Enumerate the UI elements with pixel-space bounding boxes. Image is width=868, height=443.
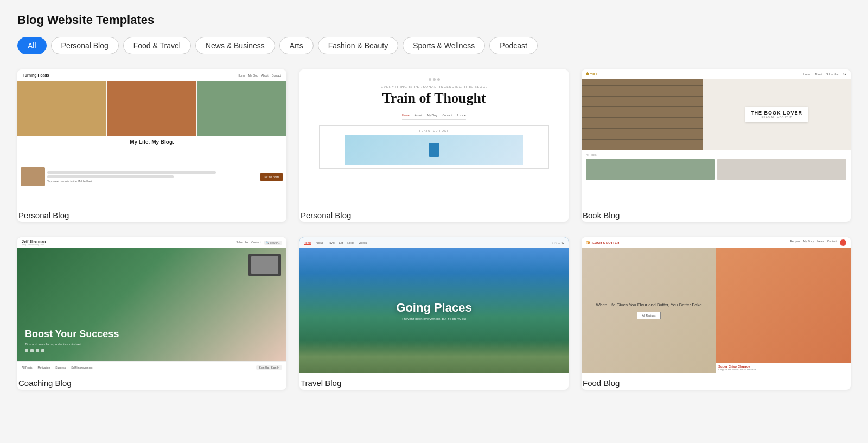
- filter-podcast[interactable]: Podcast: [489, 37, 538, 54]
- template-card-food-blog[interactable]: 🍞 FLOUR & BUTTER Recipes My Story News C…: [582, 237, 851, 390]
- coaching-devices: [248, 254, 281, 276]
- filter-personal-blog[interactable]: Personal Blog: [51, 37, 119, 54]
- travel-nav-about: About: [316, 241, 323, 244]
- food-content: When Life Gives You Flour and Butter, Yo…: [582, 248, 851, 373]
- template-preview-personal-blog-2: EVERYTHING IS PERSONAL. INCLUDING THIS B…: [299, 69, 569, 205]
- book-posts-section: All Posts: [582, 150, 851, 205]
- pb2-featured-box: FEATURED POST: [319, 125, 550, 169]
- coaching-hero-title: Boost Your Success: [25, 328, 279, 340]
- pb1-nav-about: About: [261, 74, 269, 77]
- template-preview-coaching-blog: Jeff Sherman Blog | Productivity Guru Su…: [17, 237, 286, 373]
- travel-cliffs: [299, 340, 569, 373]
- coaching-nav-search: 🔍 Search...: [264, 241, 282, 245]
- pb2-featured-img: [345, 135, 524, 165]
- pb1-photo-1: [17, 81, 106, 136]
- pb2-tagline: EVERYTHING IS PERSONAL. INCLUDING THIS B…: [381, 85, 487, 88]
- coaching-icon-in: [36, 349, 39, 352]
- template-label-food-blog: Food Blog: [582, 373, 851, 390]
- template-label-coaching-blog: Coaching Blog: [17, 373, 286, 390]
- pb1-headline: My Life. My Blog.: [17, 136, 286, 148]
- coaching-social-icons: [25, 349, 279, 352]
- book-post-2: [717, 159, 846, 180]
- travel-hero-text: Going Places I haven't been everywhere, …: [396, 301, 471, 320]
- template-card-personal-blog-1[interactable]: Turning Heads Home My Blog About Contact…: [17, 69, 286, 222]
- template-preview-food-blog: 🍞 FLOUR & BUTTER Recipes My Story News C…: [582, 237, 851, 373]
- coaching-hero-sub: Tips and tools for a productive mindset: [25, 343, 279, 346]
- coaching-hero: Boost Your Success Tips and tools for a …: [17, 248, 286, 361]
- travel-nav-eat: Eat: [339, 241, 343, 244]
- pb1-cta: Let the posts: [260, 173, 283, 181]
- template-card-personal-blog-2[interactable]: EVERYTHING IS PERSONAL. INCLUDING THIS B…: [299, 69, 569, 222]
- coaching-icon-tw: [30, 349, 34, 352]
- filter-fashion-beauty[interactable]: Fashion & Beauty: [318, 37, 399, 54]
- coaching-tab-signup: Sign Up / Sign In: [256, 365, 282, 370]
- coaching-nav-left: Jeff Sherman Blog | Productivity Guru: [22, 239, 46, 246]
- food-main-btn: All Recipes: [637, 312, 660, 319]
- filter-all[interactable]: All: [17, 37, 47, 54]
- page-title: Blog Website Templates: [17, 13, 851, 27]
- template-preview-book-blog: 🏛 T.B.L. Home About Subscribe f ✦ THE: [582, 69, 851, 205]
- pb1-thumb: [21, 167, 45, 186]
- food-nav-news: News: [817, 239, 824, 246]
- pb1-navbar: Turning Heads Home My Blog About Contact: [17, 69, 286, 81]
- book-navbar: 🏛 T.B.L. Home About Subscribe f ✦: [582, 69, 851, 79]
- coaching-nav-links: Subscribe Contact 🔍 Search...: [236, 241, 282, 245]
- travel-hero-title: Going Places: [396, 301, 471, 315]
- coaching-navbar: Jeff Sherman Blog | Productivity Guru Su…: [17, 237, 286, 248]
- pb2-book: [429, 143, 439, 157]
- pb1-nav-home: Home: [238, 74, 245, 77]
- food-nav-links: Recipes My Story News Contact: [790, 239, 846, 246]
- pb1-photo-3: [197, 81, 286, 136]
- coaching-tab-all: All Posts: [22, 366, 32, 369]
- filter-food-travel[interactable]: Food & Travel: [123, 37, 191, 54]
- travel-nav-relax: Relax: [347, 241, 354, 244]
- filter-sports-wellness[interactable]: Sports & Wellness: [403, 37, 485, 54]
- travel-nav-videos: Videos: [359, 241, 367, 244]
- coaching-tabs: All Posts Motivation Success Self Improv…: [17, 361, 286, 373]
- filter-bar: All Personal Blog Food & Travel News & B…: [17, 37, 851, 54]
- book-logo: 🏛 T.B.L.: [586, 73, 599, 76]
- coaching-icon-fb: [25, 349, 28, 352]
- pb1-bottom: Top street markets in the Middle East Le…: [17, 148, 286, 205]
- travel-hero: Going Places I haven't been everywhere, …: [299, 248, 569, 373]
- food-nav-profile: [840, 239, 846, 246]
- book-overlay-title: THE BOOK LOVER: [751, 110, 802, 116]
- pb1-post-text: Top street markets in the Middle East: [47, 171, 258, 183]
- filter-news-business[interactable]: News & Business: [195, 37, 275, 54]
- pb1-nav-blog: My Blog: [248, 74, 258, 77]
- pb2-dots: [429, 78, 440, 81]
- book-posts-label: All Posts: [586, 153, 846, 156]
- templates-grid: Turning Heads Home My Blog About Contact…: [17, 69, 851, 390]
- template-card-travel-blog[interactable]: Home About Travel Eat Relax Videos f ☞ ✦…: [299, 237, 569, 390]
- pb2-nav: Home About My Blog Contact f ☞ ♪ ✦: [402, 111, 466, 120]
- coaching-tab-motivation: Motivation: [37, 366, 50, 369]
- coaching-nav-subscribe: Subscribe: [236, 241, 248, 245]
- pb2-nav-home: Home: [402, 113, 409, 117]
- food-side-image: [716, 248, 851, 363]
- template-card-coaching-blog[interactable]: Jeff Sherman Blog | Productivity Guru Su…: [17, 237, 286, 390]
- coaching-tab-success: Success: [55, 366, 66, 369]
- food-nav-recipes: Recipes: [790, 239, 800, 246]
- template-preview-personal-blog-1: Turning Heads Home My Blog About Contact…: [17, 69, 286, 205]
- travel-nav-home: Home: [304, 241, 311, 245]
- food-side-panel: Super Crisp Churros Crispy on the outsid…: [716, 248, 851, 373]
- pb1-nav-contact: Contact: [272, 74, 281, 77]
- book-nav-links: Home About Subscribe f ✦: [803, 73, 846, 76]
- pb2-title: Train of Thought: [382, 91, 486, 106]
- book-overlay-sub: READ ALL ABOUT IT: [751, 116, 802, 119]
- pb2-nav-social: f ☞ ♪ ✦: [457, 113, 466, 117]
- travel-navbar: Home About Travel Eat Relax Videos f ☞ ✦…: [299, 237, 569, 248]
- book-hero: THE BOOK LOVER READ ALL ABOUT IT: [582, 79, 851, 150]
- pb1-nav-links: Home My Blog About Contact: [238, 74, 281, 77]
- template-card-book-blog[interactable]: 🏛 T.B.L. Home About Subscribe f ✦ THE: [582, 69, 851, 222]
- pb1-photo-2: [107, 81, 196, 136]
- filter-arts[interactable]: Arts: [279, 37, 314, 54]
- book-left-image: [582, 79, 703, 150]
- coaching-logo: Jeff Sherman: [22, 239, 46, 243]
- food-logo: 🍞 FLOUR & BUTTER: [586, 241, 619, 244]
- coaching-logo-sub: Blog | Productivity Guru: [22, 243, 46, 246]
- book-posts-grid: [586, 159, 846, 180]
- book-right-panel: THE BOOK LOVER READ ALL ABOUT IT: [703, 79, 851, 150]
- template-label-travel-blog: Travel Blog: [299, 373, 569, 390]
- template-label-book-blog: Book Blog: [582, 205, 851, 222]
